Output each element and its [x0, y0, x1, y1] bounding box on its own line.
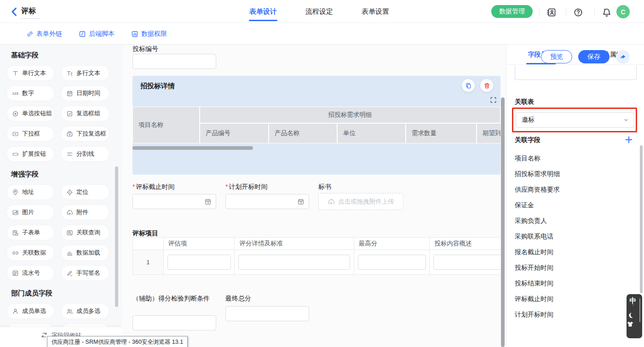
- sidebar-scrollbar[interactable]: [115, 166, 118, 307]
- field-item-label: 扩展按钮: [22, 150, 46, 158]
- field-item-1-4[interactable]: 子表单: [6, 225, 54, 240]
- final-score-input[interactable]: [225, 306, 309, 321]
- field-item-0-9[interactable]: 分割线: [61, 146, 109, 162]
- member-icon: [12, 308, 19, 315]
- avatar[interactable]: C: [616, 5, 630, 18]
- related-field-item[interactable]: 评标截止时间: [515, 295, 630, 310]
- field-item-label: 定位: [76, 188, 88, 196]
- permission-icon: [131, 30, 138, 38]
- header-divider: [539, 8, 540, 15]
- moon-icon[interactable]: [629, 310, 637, 317]
- field-item-1-9[interactable]: 手写签名: [61, 265, 109, 281]
- extend-icon: [12, 151, 19, 158]
- field-item-label: 单选按钮组: [22, 109, 52, 118]
- field-item-2-1[interactable]: 成员多选: [61, 303, 109, 319]
- eval-deadline-input[interactable]: [132, 194, 216, 209]
- field-item-1-8[interactable]: 流水号: [6, 265, 54, 281]
- contacts-icon[interactable]: [546, 7, 557, 17]
- ime-punctuation-icon[interactable]: ʾ: [632, 304, 634, 309]
- checkbox-icon: [66, 110, 73, 117]
- toolbar-link-1[interactable]: 后端脚本: [79, 30, 115, 38]
- ime-lang-indicator[interactable]: 中: [630, 296, 637, 304]
- delete-field-button[interactable]: [480, 79, 493, 92]
- field-item-0-1[interactable]: 多行文本: [61, 65, 109, 81]
- eval-cell: [354, 250, 430, 274]
- preview-button[interactable]: 预览: [541, 50, 572, 63]
- field-item-0-0[interactable]: 单行文本: [6, 65, 54, 81]
- subform-icon: [12, 229, 19, 236]
- back-icon[interactable]: [9, 6, 19, 17]
- property-panel-scrollbar[interactable]: [640, 145, 643, 293]
- field-item-1-7[interactable]: 数据加载: [61, 245, 109, 261]
- detail-panel[interactable]: 招投标详情 项目名称 招投标需求明细 产品编号 产品名称 单位 需求数量 期望到…: [132, 76, 500, 175]
- field-item-2-0[interactable]: 成员单选: [6, 303, 54, 319]
- field-item-0-7[interactable]: 下拉复选框: [61, 126, 109, 142]
- add-related-field-button[interactable]: [624, 135, 633, 144]
- eval-input[interactable]: [433, 255, 501, 270]
- members-icon: [66, 308, 73, 315]
- field-item-1-5[interactable]: 关联查询: [61, 225, 109, 240]
- field-item-0-2[interactable]: 123数字: [6, 85, 54, 101]
- field-label-bid-no: 投标编号: [132, 45, 158, 53]
- address-icon: [12, 189, 19, 196]
- fullscreen-corners-icon[interactable]: [489, 96, 497, 104]
- field-item-1-1[interactable]: 定位: [61, 184, 109, 200]
- copy-icon: [465, 82, 472, 89]
- eval-input[interactable]: [167, 255, 231, 270]
- aux-condition-input[interactable]: [132, 315, 216, 330]
- tab-flow-setting[interactable]: 流程设定: [305, 0, 334, 23]
- field-item-1-0[interactable]: 地址: [6, 184, 54, 200]
- eval-input[interactable]: [238, 255, 350, 270]
- save-button[interactable]: 保存: [578, 50, 610, 63]
- bid-no-input[interactable]: [132, 54, 216, 69]
- field-item-1-2[interactable]: 图片: [6, 205, 54, 220]
- chevron-down-icon: [623, 117, 629, 123]
- tab-form-setting[interactable]: 表单设置: [361, 0, 390, 23]
- data-manage-button[interactable]: 数据管理: [491, 5, 533, 18]
- related-table-select[interactable]: 邀标: [516, 112, 634, 128]
- shirt-icon[interactable]: [629, 319, 637, 326]
- share-button[interactable]: [616, 50, 630, 64]
- copy-field-button[interactable]: [462, 79, 475, 92]
- form-designer-app: 评标 表单设计 流程设定 表单设置 数据管理 C 表单外链后端脚本数据权限 预览…: [0, 0, 644, 347]
- related-field-item[interactable]: 招投标需求明细: [515, 170, 630, 185]
- related-field-item[interactable]: 项目名称: [515, 154, 630, 170]
- input-method-widget[interactable]: 中 ʾ: [627, 294, 642, 338]
- field-item-label: 子表单: [22, 228, 40, 237]
- related-field-item[interactable]: 采购联系电话: [515, 232, 630, 248]
- eval-cell: [164, 250, 235, 274]
- related-field-item[interactable]: 保证金: [515, 201, 630, 216]
- help-icon[interactable]: [573, 7, 583, 17]
- toolbar-link-0[interactable]: 表单外链: [26, 30, 62, 38]
- page-title: 评标: [21, 6, 36, 16]
- partial-property-input[interactable]: [515, 65, 637, 80]
- field-item-1-6[interactable]: 关联数据: [6, 245, 54, 261]
- field-item-0-8[interactable]: 扩展按钮: [6, 146, 54, 162]
- detail-table: 项目名称 招投标需求明细 产品编号 产品名称 单位 需求数量 期望到货: [132, 107, 500, 143]
- related-field-item[interactable]: 供应商资格要求: [515, 185, 630, 201]
- related-field-item[interactable]: 报名截止时间: [515, 248, 630, 263]
- attachment-upload-box[interactable]: 点击或拖拽附件上传: [318, 193, 403, 210]
- field-item-0-4[interactable]: 单选按钮组: [6, 106, 54, 121]
- plan-open-input[interactable]: [225, 194, 309, 209]
- related-field-item[interactable]: 采购负责人: [515, 216, 630, 232]
- toolbar-link-2[interactable]: 数据权限: [131, 30, 167, 38]
- field-item-label: 多行文本: [76, 69, 100, 77]
- related-field-item[interactable]: 投标开始时间: [515, 263, 630, 279]
- field-item-0-6[interactable]: 下拉框: [6, 126, 54, 142]
- canvas-scrollbar[interactable]: [501, 97, 505, 347]
- field-item-0-3[interactable]: 日期时间: [61, 85, 109, 101]
- field-item-1-3[interactable]: 附件: [61, 205, 109, 220]
- related-field-item[interactable]: 投标结束时间: [515, 279, 630, 295]
- notification-bell-icon[interactable]: [602, 7, 612, 17]
- tab-form-design[interactable]: 表单设计: [248, 0, 278, 23]
- eval-input[interactable]: [358, 255, 426, 270]
- detail-table-hscrollbar[interactable]: [132, 146, 253, 150]
- detail-col-project: 项目名称: [132, 107, 200, 143]
- eval-col: 投标内容概述: [430, 238, 501, 250]
- datetime-icon: [66, 90, 73, 97]
- field-item-0-5[interactable]: 复选框组: [61, 106, 109, 121]
- radio-icon: [12, 110, 19, 117]
- detail-group-header: 招投标需求明细: [200, 107, 500, 123]
- related-field-item[interactable]: 计划开标时间: [515, 310, 630, 326]
